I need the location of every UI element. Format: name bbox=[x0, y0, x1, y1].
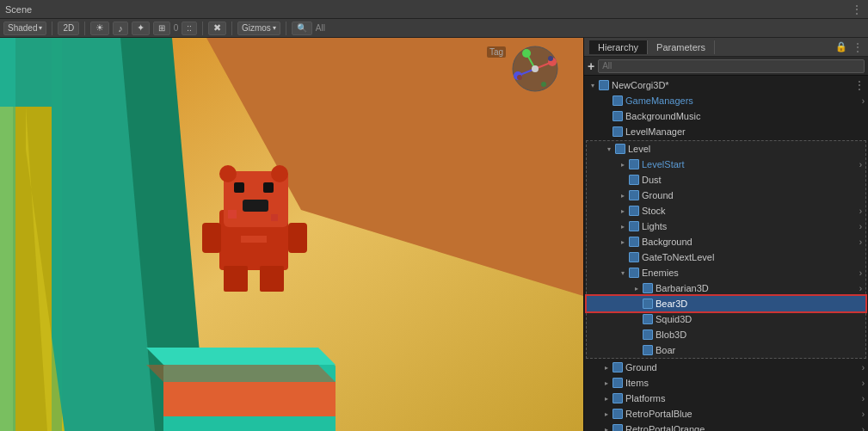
effects-icon-btn[interactable]: ✦ bbox=[132, 22, 150, 35]
items-expand[interactable]: › bbox=[862, 379, 865, 388]
svg-rect-24 bbox=[228, 210, 237, 219]
tree-item-backgroundmusic[interactable]: BackgroundMusic bbox=[584, 108, 868, 124]
tree-item-gamemanagers[interactable]: GameManagers › bbox=[584, 93, 868, 108]
search-all-label: All bbox=[316, 23, 325, 33]
add-object-button[interactable]: + bbox=[588, 59, 594, 73]
svg-rect-19 bbox=[243, 200, 268, 212]
hierarchy-search-input[interactable] bbox=[598, 59, 865, 73]
root-arrow bbox=[588, 77, 598, 93]
grid-icon-btn[interactable]: :: bbox=[182, 22, 197, 35]
stock-arrow bbox=[618, 203, 628, 219]
rporange-expand[interactable]: › bbox=[862, 425, 865, 432]
tree-item-ground2[interactable]: Ground › bbox=[584, 360, 868, 375]
tree-item-levelmanager[interactable]: LevelManager bbox=[584, 124, 868, 139]
tree-item-background[interactable]: Background › bbox=[587, 234, 865, 249]
svg-rect-23 bbox=[288, 223, 307, 253]
ground2-expand[interactable]: › bbox=[862, 363, 865, 373]
svg-rect-18 bbox=[263, 182, 274, 193]
light-icon-btn[interactable]: ☀ bbox=[90, 22, 109, 35]
rporange-arrow bbox=[601, 422, 612, 431]
tree-item-level[interactable]: Level bbox=[587, 141, 865, 157]
svg-point-34 bbox=[532, 65, 539, 72]
tree-item-gatenextlevel[interactable]: GateToNextLevel bbox=[587, 249, 865, 265]
level-label: Level bbox=[628, 144, 650, 154]
scene-title: Scene bbox=[5, 4, 32, 15]
boar-arrow bbox=[631, 342, 642, 358]
root-label: NewCorgi3D* bbox=[612, 80, 669, 90]
tree-item-enemies[interactable]: Enemies › bbox=[587, 265, 865, 280]
barbarian-expand[interactable]: › bbox=[859, 284, 862, 293]
enemies-arrow bbox=[618, 265, 628, 280]
root-icon bbox=[598, 79, 610, 91]
bgmusic-icon bbox=[612, 110, 624, 122]
audio-icon-btn[interactable]: ♪ bbox=[113, 22, 128, 35]
bear-arrow bbox=[631, 296, 642, 311]
tree-item-ground1[interactable]: Ground bbox=[587, 188, 865, 203]
tree-item-boar[interactable]: Boar bbox=[587, 342, 865, 358]
tree-item-items[interactable]: Items › bbox=[584, 375, 868, 391]
tree-item-root[interactable]: NewCorgi3D* ⋮ bbox=[584, 77, 868, 93]
tree-item-barbarian3d[interactable]: Barbarian3D › bbox=[587, 280, 865, 296]
svg-rect-20 bbox=[224, 266, 248, 292]
platforms-expand[interactable]: › bbox=[862, 394, 865, 403]
hierarchy-header: Hierarchy Parameters 🔒 ⋮ bbox=[584, 38, 868, 57]
tree-item-blob3d[interactable]: Blob3D bbox=[587, 327, 865, 342]
gizmo-widget[interactable] bbox=[511, 45, 559, 93]
enemies-expand[interactable]: › bbox=[859, 268, 862, 278]
tree-item-platforms[interactable]: Platforms › bbox=[584, 391, 868, 406]
tree-item-retroportalblue[interactable]: RetroPortalBlue › bbox=[584, 406, 868, 422]
lights-expand[interactable]: › bbox=[859, 222, 862, 231]
gizmos-dropdown[interactable]: Gizmos ▾ bbox=[237, 22, 280, 35]
ground2-arrow bbox=[601, 360, 612, 375]
gate-label: GateToNextLevel bbox=[642, 252, 714, 262]
hierarchy-tabs: Hierarchy Parameters bbox=[589, 40, 715, 54]
tools-icon-btn[interactable]: ✖ bbox=[208, 22, 226, 35]
chevron-down-icon: ▾ bbox=[39, 24, 42, 32]
scene-viewport[interactable]: Tag bbox=[0, 38, 583, 431]
sep3 bbox=[202, 22, 203, 35]
root-more-btn[interactable]: ⋮ bbox=[854, 79, 865, 91]
svg-point-32 bbox=[522, 49, 531, 58]
sep2 bbox=[84, 22, 85, 35]
levelmanager-label: LevelManager bbox=[625, 126, 686, 137]
ground1-label: Ground bbox=[642, 190, 674, 200]
stock-expand[interactable]: › bbox=[859, 206, 862, 216]
tree-item-bear3d[interactable]: Bear3D bbox=[587, 296, 865, 311]
enemies-label: Enemies bbox=[642, 268, 679, 278]
items-arrow bbox=[601, 375, 612, 391]
svg-point-37 bbox=[548, 56, 553, 61]
stock-icon bbox=[628, 205, 640, 217]
background-label: Background bbox=[642, 237, 693, 247]
ground1-arrow bbox=[618, 188, 628, 203]
squid3d-label: Squid3D bbox=[656, 314, 692, 324]
tab-parameters[interactable]: Parameters bbox=[648, 40, 715, 54]
rpblue-expand[interactable]: › bbox=[862, 409, 865, 419]
tree-item-lights[interactable]: Lights › bbox=[587, 219, 865, 234]
tree-item-retroportalorange[interactable]: RetroPortalOrange › bbox=[584, 422, 868, 431]
tree-item-stock[interactable]: Stock › bbox=[587, 203, 865, 219]
background-icon bbox=[628, 236, 640, 248]
rpblue-icon bbox=[612, 408, 624, 420]
tab-hierarchy[interactable]: Hierarchy bbox=[589, 40, 648, 54]
topbar-more-icon[interactable]: ⋮ bbox=[851, 3, 863, 16]
barbarian-icon bbox=[642, 282, 654, 294]
background-expand[interactable]: › bbox=[859, 237, 862, 247]
tree-item-dust[interactable]: Dust bbox=[587, 172, 865, 188]
lights-label: Lights bbox=[642, 221, 667, 231]
search-scene-btn[interactable]: 🔍 bbox=[292, 22, 312, 35]
levelstart-label: LevelStart bbox=[642, 159, 685, 169]
tree-item-squid3d[interactable]: Squid3D bbox=[587, 311, 865, 327]
gamemanagers-expand[interactable]: › bbox=[862, 96, 865, 106]
lock-icon[interactable]: 🔒 bbox=[835, 41, 847, 52]
levelstart-expand[interactable]: › bbox=[859, 160, 862, 169]
level-icon bbox=[614, 143, 626, 155]
hierarchy-tree[interactable]: NewCorgi3D* ⋮ GameManagers › BackgroundM… bbox=[584, 76, 868, 431]
hierarchy-icons: 🔒 ⋮ bbox=[835, 41, 863, 53]
2d-button[interactable]: 2D bbox=[58, 22, 79, 35]
shaded-dropdown[interactable]: Shaded ▾ bbox=[3, 22, 46, 35]
gate-icon bbox=[628, 251, 640, 263]
tree-item-levelstart[interactable]: LevelStart › bbox=[587, 157, 865, 172]
right-panel: Hierarchy Parameters 🔒 ⋮ + NewCorgi3D* ⋮ bbox=[583, 38, 868, 431]
more-icon[interactable]: ⋮ bbox=[853, 41, 863, 53]
scene-icon-btn[interactable]: ⊞ bbox=[153, 22, 170, 35]
